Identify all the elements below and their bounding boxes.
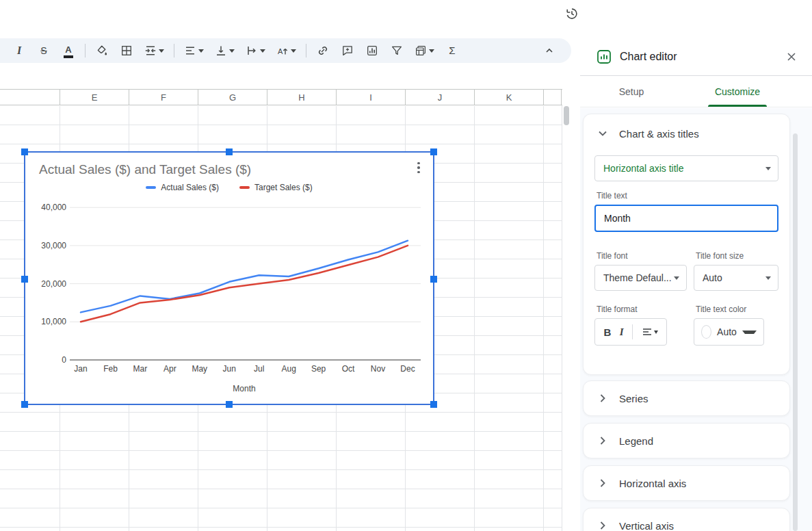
panel-tabs: Setup Customize <box>580 76 812 107</box>
toolbar-text-color-button[interactable]: A <box>59 41 78 60</box>
borders-icon <box>120 44 133 57</box>
chart-resize-handle[interactable] <box>226 401 233 408</box>
toolbar-borders-button[interactable] <box>117 41 136 60</box>
chart-editor-header: Chart editor <box>580 38 812 75</box>
y-axis-tick-label: 20,000 <box>41 279 66 289</box>
functions-icon: Σ <box>449 44 455 57</box>
y-axis-tick-label: 40,000 <box>41 203 66 212</box>
insert-comment-icon <box>341 44 354 57</box>
format-separator <box>632 324 633 339</box>
strikethrough-icon: S <box>40 44 47 57</box>
toolbar-insert-comment-button[interactable] <box>338 41 357 60</box>
title-font-select[interactable]: Theme Defaul... <box>594 265 687 291</box>
section-legend[interactable]: Legend <box>583 423 790 458</box>
toolbar-horizontal-align-button[interactable] <box>181 41 207 60</box>
section-label: Horizontal axis <box>619 478 686 489</box>
tab-customize[interactable]: Customize <box>683 76 792 107</box>
column-header-H[interactable]: H <box>267 90 337 105</box>
chart-resize-handle[interactable] <box>430 148 437 155</box>
section-chart-axis-titles: Chart & axis titles Horizontal axis titl… <box>583 114 790 375</box>
chevron-down-icon <box>229 49 235 53</box>
chart-plot-area: 010,00020,00030,00040,000JanFebMarAprMay… <box>25 195 436 400</box>
legend-item: Target Sales ($) <box>239 183 313 192</box>
chevron-down-icon <box>596 127 610 140</box>
collapse-toolbar-button[interactable] <box>540 41 559 60</box>
toolbar-strikethrough-button[interactable]: S <box>34 41 53 60</box>
toolbar-filter-button[interactable] <box>387 41 406 60</box>
column-header-E[interactable]: E <box>60 90 129 105</box>
axis-title-target-select[interactable]: Horizontal axis title <box>594 155 778 181</box>
chevron-right-icon <box>596 391 610 405</box>
panel-scrollbar[interactable] <box>793 133 798 531</box>
chart-resize-handle[interactable] <box>430 401 437 408</box>
chart-editor-panel: Chart editor Setup Customize Chart & axi… <box>580 0 812 531</box>
chevron-down-icon <box>291 49 296 53</box>
section-chart-axis-titles-header[interactable]: Chart & axis titles <box>584 114 789 148</box>
text-wrap-icon <box>246 44 258 57</box>
toolbar-table-views-button[interactable] <box>412 41 437 60</box>
italic-button[interactable]: I <box>620 326 624 338</box>
chevron-down-icon <box>765 276 771 280</box>
toolbar-items: ISAAΣ <box>10 41 462 60</box>
insert-link-icon <box>317 44 329 57</box>
legend-label: Target Sales ($) <box>254 183 313 192</box>
toolbar-divider <box>85 44 86 57</box>
bold-button[interactable]: B <box>603 326 611 338</box>
section-series[interactable]: Series <box>583 380 790 416</box>
tab-setup[interactable]: Setup <box>580 76 683 107</box>
column-header-J[interactable]: J <box>406 90 475 105</box>
column-header-row: EFGHIJK <box>0 89 562 105</box>
chevron-down-icon <box>654 331 658 334</box>
x-axis-tick-label: Apr <box>163 364 176 374</box>
title-font-size-select[interactable]: Auto <box>694 265 778 291</box>
close-icon[interactable] <box>782 47 801 66</box>
chart-resize-handle[interactable] <box>21 276 28 283</box>
collapse-toolbar-icon <box>544 45 555 56</box>
y-axis-tick-label: 0 <box>62 355 66 365</box>
chart-resize-handle[interactable] <box>21 148 28 155</box>
section-vertical-axis[interactable]: Vertical axis <box>583 508 790 531</box>
toolbar-vertical-align-button[interactable] <box>212 41 237 60</box>
legend-swatch <box>239 186 250 189</box>
toolbar-text-wrap-button[interactable] <box>243 41 268 60</box>
x-axis-tick-label: Jun <box>223 364 236 374</box>
x-axis-title: Month <box>233 384 255 393</box>
toolbar-italic-button[interactable]: I <box>10 41 29 60</box>
toolbar-insert-link-button[interactable] <box>313 41 332 60</box>
title-format-label: Title format <box>597 305 687 314</box>
title-font-size-label: Title font size <box>696 251 778 261</box>
chart-legend: Actual Sales ($)Target Sales ($) <box>25 183 433 192</box>
title-text-color-value: Auto <box>717 326 737 337</box>
chart-resize-handle[interactable] <box>21 401 28 408</box>
title-text-color-select[interactable]: Auto <box>694 318 764 346</box>
align-button[interactable] <box>642 326 658 337</box>
column-header-K[interactable]: K <box>475 90 544 105</box>
column-header-I[interactable]: I <box>337 90 406 105</box>
chart-editor-title: Chart editor <box>620 51 782 63</box>
chart-menu-button[interactable] <box>412 159 425 176</box>
title-text-input[interactable]: Month <box>594 205 778 232</box>
table-views-icon <box>415 44 427 57</box>
chevron-down-icon <box>159 49 164 53</box>
toolbar-text-rotation-button[interactable]: A <box>274 41 299 60</box>
section-label: Legend <box>619 435 653 447</box>
embedded-chart[interactable]: Actual Sales ($) and Target Sales ($) Ac… <box>24 151 434 405</box>
merge-cells-icon <box>144 44 157 57</box>
chevron-down-icon <box>260 49 265 53</box>
chart-resize-handle[interactable] <box>430 276 437 283</box>
section-horizontal-axis[interactable]: Horizontal axis <box>583 465 790 501</box>
x-axis-tick-label: Jan <box>74 364 87 374</box>
section-label: Vertical axis <box>619 520 674 531</box>
toolbar-merge-cells-button[interactable] <box>142 41 167 60</box>
column-header-F[interactable]: F <box>129 90 198 105</box>
x-axis-tick-label: Mar <box>133 364 148 374</box>
toolbar-insert-chart-button[interactable] <box>363 41 382 60</box>
column-header-G[interactable]: G <box>198 90 267 105</box>
x-axis-tick-label: Feb <box>103 364 118 374</box>
chart-title: Actual Sales ($) and Target Sales ($) <box>39 162 251 177</box>
sheet-vertical-scrollbar[interactable] <box>564 106 569 125</box>
chart-resize-handle[interactable] <box>226 148 233 155</box>
toolbar-functions-button[interactable]: Σ <box>443 41 462 60</box>
toolbar-fill-color-button[interactable] <box>92 41 112 60</box>
axis-title-target-value: Horizontal axis title <box>603 163 765 174</box>
